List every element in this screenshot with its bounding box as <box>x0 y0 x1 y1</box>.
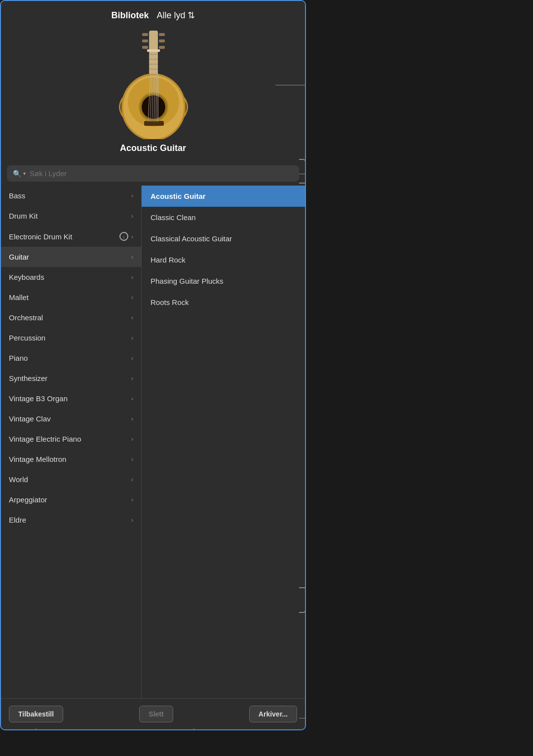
chevron-right-icon: › <box>131 253 133 261</box>
chevron-right-icon: › <box>131 375 133 382</box>
chevron-right-icon: › <box>131 415 133 422</box>
svg-rect-4 <box>159 33 165 36</box>
sidebar-item-vintage-electric-piano[interactable]: Vintage Electric Piano› <box>1 429 141 449</box>
archive-button[interactable]: Arkiver... <box>249 706 297 722</box>
chevron-right-icon: › <box>131 233 133 240</box>
bottom-connector-left <box>36 728 36 730</box>
instrument-item-classical-acoustic-guitar[interactable]: Classical Acoustic Guitar <box>142 228 305 249</box>
instrument-label: Acoustic Guitar <box>151 192 206 200</box>
svg-point-20 <box>142 95 165 119</box>
svg-rect-5 <box>159 39 165 42</box>
category-label: Keyboards <box>9 273 44 281</box>
chevron-updown-icon: ⇅ <box>188 10 195 21</box>
sidebar-item-vintage-mellotron[interactable]: Vintage Mellotron› <box>1 449 141 469</box>
category-list: Bass›Drum Kit›Electronic Drum Kit↓›Guita… <box>1 186 142 698</box>
library-panel: Bibliotek Alle lyd ⇅ <box>0 0 306 730</box>
library-title: Bibliotek <box>111 10 149 21</box>
sidebar-item-vintage-b3-organ[interactable]: Vintage B3 Organ› <box>1 388 141 409</box>
category-label: Guitar <box>9 253 29 261</box>
instrument-label: Classic Clean <box>151 213 196 222</box>
sidebar-item-drum-kit[interactable]: Drum Kit› <box>1 206 141 226</box>
category-label: Mallet <box>9 293 29 302</box>
instrument-label: Roots Rock <box>151 298 189 306</box>
chevron-right-icon: › <box>131 354 133 362</box>
panel-header: Bibliotek Alle lyd ⇅ <box>1 1 305 26</box>
guitar-image <box>104 31 202 139</box>
lists-container: Bass›Drum Kit›Electronic Drum Kit↓›Guita… <box>1 186 305 698</box>
svg-rect-3 <box>142 46 148 49</box>
sidebar-item-keyboards[interactable]: Keyboards› <box>1 267 141 287</box>
chevron-right-icon: › <box>131 476 133 483</box>
sidebar-item-orchestral[interactable]: Orchestral› <box>1 307 141 328</box>
category-label: Eldre <box>9 516 26 524</box>
category-label: Piano <box>9 354 28 362</box>
chevron-right-icon: › <box>131 455 133 463</box>
search-icon: 🔍 <box>13 170 21 178</box>
bottom-connector-mid <box>193 728 194 730</box>
category-label: Drum Kit <box>9 212 38 220</box>
reset-button[interactable]: Tilbakestill <box>9 706 63 722</box>
bracket-bottom <box>299 588 306 613</box>
instrument-label: Hard Rock <box>151 256 186 264</box>
instrument-label: Phasing Guitar Plucks <box>151 277 224 285</box>
search-icon-wrap: 🔍 ▾ <box>13 170 26 178</box>
bracket-middle <box>299 184 306 588</box>
chevron-right-icon: › <box>131 395 133 402</box>
category-label: Synthesizer <box>9 374 47 382</box>
chevron-right-icon: › <box>131 314 133 321</box>
chevron-right-icon: › <box>131 496 133 503</box>
search-bar: 🔍 ▾ <box>7 165 299 182</box>
instrument-display: Acoustic Guitar <box>1 26 305 161</box>
category-label: Vintage Clav <box>9 415 51 423</box>
instrument-item-acoustic-guitar[interactable]: Acoustic Guitar <box>142 186 305 207</box>
chevron-right-icon: › <box>131 294 133 301</box>
sidebar-item-bass[interactable]: Bass› <box>1 186 141 206</box>
bracket-top <box>299 159 306 184</box>
search-chevron-icon: ▾ <box>23 171 26 176</box>
category-label: Electronic Drum Kit <box>9 232 72 241</box>
svg-rect-2 <box>142 39 148 42</box>
sidebar-item-arpeggiator[interactable]: Arpeggiator› <box>1 490 141 510</box>
chevron-right-icon: › <box>131 435 133 443</box>
instrument-item-roots-rock[interactable]: Roots Rock <box>142 292 305 313</box>
sidebar-item-eldre[interactable]: Eldre› <box>1 510 141 530</box>
footer: Tilbakestill Slett Arkiver... <box>1 698 305 729</box>
instrument-label: Classical Acoustic Guitar <box>151 234 232 243</box>
chevron-right-icon: › <box>131 334 133 341</box>
download-icon: ↓ <box>119 232 128 241</box>
chevron-right-icon: › <box>131 212 133 220</box>
instrument-list: Acoustic GuitarClassic CleanClassical Ac… <box>142 186 305 698</box>
dropdown-label: Alle lyd <box>156 10 185 21</box>
svg-rect-6 <box>159 46 165 49</box>
chevron-right-icon: › <box>131 273 133 281</box>
category-label: Percussion <box>9 334 45 342</box>
category-label: Orchestral <box>9 313 43 322</box>
sidebar-item-percussion[interactable]: Percussion› <box>1 328 141 348</box>
search-input[interactable] <box>30 169 293 178</box>
sidebar-item-vintage-clav[interactable]: Vintage Clav› <box>1 409 141 429</box>
sidebar-item-synthesizer[interactable]: Synthesizer› <box>1 368 141 388</box>
sidebar-item-guitar[interactable]: Guitar› <box>1 247 141 267</box>
chevron-right-icon: › <box>131 516 133 524</box>
delete-button[interactable]: Slett <box>139 706 173 722</box>
sidebar-item-world[interactable]: World› <box>1 469 141 490</box>
instrument-name: Acoustic Guitar <box>120 143 186 153</box>
category-label: World <box>9 475 28 484</box>
svg-rect-1 <box>142 33 148 36</box>
instrument-item-classic-clean[interactable]: Classic Clean <box>142 207 305 228</box>
category-label: Bass <box>9 191 25 200</box>
category-label: Arpeggiator <box>9 495 47 504</box>
sidebar-item-electronic-drum-kit[interactable]: Electronic Drum Kit↓› <box>1 226 141 247</box>
category-label: Vintage Electric Piano <box>9 435 81 443</box>
instrument-item-phasing-guitar-plucks[interactable]: Phasing Guitar Plucks <box>142 270 305 292</box>
sidebar-item-mallet[interactable]: Mallet› <box>1 287 141 307</box>
category-label: Vintage B3 Organ <box>9 394 68 403</box>
sidebar-item-piano[interactable]: Piano› <box>1 348 141 368</box>
footer-connector <box>299 718 306 718</box>
instrument-item-hard-rock[interactable]: Hard Rock <box>142 249 305 270</box>
connector-line-top <box>275 85 305 85</box>
category-label: Vintage Mellotron <box>9 455 66 463</box>
chevron-right-icon: › <box>131 192 133 199</box>
sound-dropdown[interactable]: Alle lyd ⇅ <box>156 10 194 21</box>
